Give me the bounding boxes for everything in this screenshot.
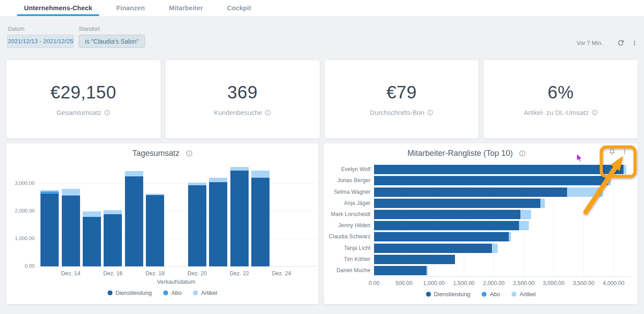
kebab-menu-icon[interactable] bbox=[631, 40, 638, 46]
legend-dot bbox=[482, 292, 487, 297]
bar-dez-16[interactable] bbox=[104, 210, 122, 266]
category-label: Tim Köhler bbox=[324, 256, 370, 262]
bar-tanja-licht[interactable] bbox=[374, 244, 498, 253]
x-axis-tick-label: Dez. 16 bbox=[95, 270, 131, 277]
info-icon[interactable] bbox=[592, 110, 598, 116]
bar-dez-14[interactable] bbox=[62, 189, 80, 266]
bar-evelyn-wolf[interactable] bbox=[374, 165, 626, 174]
bar-segment-dienstleistung bbox=[374, 266, 427, 275]
x-axis-tick-label: 1,500.00 bbox=[448, 280, 479, 286]
x-axis-tick-label: 3,000.00 bbox=[538, 280, 569, 286]
category-label: Daniel Muche bbox=[324, 267, 370, 273]
category-label: Anja Jäger bbox=[324, 200, 370, 206]
info-icon[interactable] bbox=[186, 150, 193, 157]
bar-mark-lorscheidt[interactable] bbox=[374, 210, 531, 219]
kpi-label-text: Gesamtumsatz bbox=[56, 109, 101, 116]
bar-dez-13[interactable] bbox=[40, 190, 59, 266]
x-axis-tick-label: Dez. 14 bbox=[53, 270, 89, 277]
kebab-menu-icon[interactable] bbox=[621, 148, 628, 155]
chart-title: Mitarbeiter-Rangliste (Top 10) bbox=[324, 149, 609, 158]
date-range-input[interactable]: 2021/12/13 - 2021/12/25 bbox=[7, 35, 74, 48]
bar-segment-artikel bbox=[509, 232, 511, 241]
x-axis-tick-label: Dez. 24 bbox=[264, 270, 299, 277]
kpi-label-text: Durchschnitts-Bon bbox=[370, 109, 425, 116]
legend-item-abo[interactable]: Abo bbox=[163, 290, 181, 296]
gridline-y bbox=[36, 266, 317, 267]
kpi-value: €29,150 bbox=[50, 82, 116, 102]
bar-tim-k-hler[interactable] bbox=[374, 255, 455, 264]
x-axis-tick-label: 3,500.00 bbox=[568, 280, 599, 286]
info-icon[interactable] bbox=[427, 110, 433, 116]
bar-segment-dienstleistung bbox=[374, 199, 540, 208]
bar-segment-dienstleistung bbox=[209, 182, 227, 266]
bell-icon[interactable] bbox=[608, 148, 616, 155]
refresh-icon[interactable] bbox=[617, 39, 625, 47]
bar-segment-dienstleistung bbox=[188, 185, 206, 266]
kpi-value: 369 bbox=[227, 82, 258, 102]
legend-item-dienstleistung[interactable]: Dienstleistung bbox=[426, 291, 471, 298]
bar-segment-artikel bbox=[83, 212, 101, 217]
info-icon[interactable] bbox=[519, 150, 526, 157]
bar-segment-artikel bbox=[62, 189, 80, 196]
x-axis-title: Verkaufsdatum bbox=[39, 278, 313, 285]
gridline-y bbox=[36, 184, 317, 184]
x-axis-tick-label: Dez. 18 bbox=[137, 270, 173, 277]
legend-item-abo[interactable]: Abo bbox=[482, 291, 500, 298]
datum-label: Datum bbox=[8, 26, 24, 32]
bar-segment-dienstleistung bbox=[374, 176, 608, 185]
last-refresh-text: Vor 7 Min. bbox=[576, 40, 603, 46]
chart-title-text: Mitarbeiter-Rangliste (Top 10) bbox=[407, 149, 513, 158]
tab-bar: Unternehmens-CheckFinanzenMitarbeiterCoc… bbox=[0, 0, 644, 16]
bar-jenny-hilden[interactable] bbox=[374, 221, 529, 230]
category-label: Mark Lorscheidt bbox=[324, 211, 370, 217]
x-axis-tick-label: 2,000.00 bbox=[478, 280, 509, 286]
tab-cockpit[interactable]: Cockpit bbox=[220, 0, 258, 16]
bar-dez-15[interactable] bbox=[83, 212, 101, 266]
bar-dez-18[interactable] bbox=[146, 194, 164, 266]
legend-label: Abo bbox=[490, 291, 500, 298]
bar-selma-wagner[interactable] bbox=[374, 188, 603, 197]
bar-jonas-berger[interactable] bbox=[374, 176, 611, 185]
standort-filter-value: is "Claudia's Salon" bbox=[85, 38, 139, 45]
bar-anja-j-ger[interactable] bbox=[374, 199, 545, 208]
chart-legend: DienstleistungAboArtikel bbox=[6, 290, 318, 296]
legend-item-dienstleistung[interactable]: Dienstleistung bbox=[108, 290, 152, 296]
rangliste-chart-card: Mitarbeiter-Rangliste (Top 10)0.00500.00… bbox=[324, 143, 638, 304]
bar-segment-artikel bbox=[608, 176, 611, 185]
info-icon[interactable] bbox=[104, 110, 110, 116]
standort-filter-chip[interactable]: is "Claudia's Salon" bbox=[79, 35, 145, 48]
tab-finanzen[interactable]: Finanzen bbox=[109, 0, 152, 16]
chart-card-icons bbox=[608, 148, 628, 155]
kpi-value: €79 bbox=[386, 82, 417, 102]
tab-unternehmens-check[interactable]: Unternehmens-Check bbox=[17, 0, 99, 16]
bar-segment-artikel bbox=[104, 210, 122, 214]
bar-segment-dienstleistung bbox=[230, 171, 249, 266]
bar-claudia-schwarz[interactable] bbox=[374, 232, 511, 241]
bar-dez-23[interactable] bbox=[251, 171, 270, 266]
x-axis-tick-label: 2,500.00 bbox=[508, 280, 539, 286]
legend-label: Dienstleistung bbox=[116, 290, 152, 296]
legend-item-artikel[interactable]: Artikel bbox=[193, 290, 217, 296]
kpi-card-artikel-zu-dl-umsatz: 6%Artikel- zu DL-Umsatz bbox=[483, 60, 638, 139]
legend-dot bbox=[163, 290, 168, 295]
bar-segment-artikel bbox=[125, 171, 143, 176]
bar-segment-dienstleistung bbox=[374, 188, 567, 197]
info-icon[interactable] bbox=[265, 110, 271, 116]
tab-mitarbeiter[interactable]: Mitarbeiter bbox=[162, 0, 210, 16]
bar-dez-17[interactable] bbox=[125, 171, 143, 266]
bar-segment-dienstleistung bbox=[146, 195, 164, 266]
bar-dez-21[interactable] bbox=[209, 178, 227, 266]
legend-item-artikel[interactable]: Artikel bbox=[511, 291, 535, 298]
bar-dez-20[interactable] bbox=[188, 183, 206, 266]
tab-label: Unternehmens-Check bbox=[24, 4, 92, 12]
bar-segment-artikel bbox=[520, 210, 531, 219]
bar-segment-dienstleistung bbox=[83, 217, 101, 266]
category-label: Jenny Hilden bbox=[324, 222, 370, 228]
legend-label: Dienstleistung bbox=[434, 291, 471, 298]
category-label: Tanja Licht bbox=[324, 245, 370, 251]
bar-dez-22[interactable] bbox=[230, 167, 249, 266]
bar-daniel-muche[interactable] bbox=[374, 266, 428, 275]
bar-segment-artikel bbox=[492, 244, 498, 253]
bar-segment-dienstleistung bbox=[40, 194, 59, 266]
bar-segment-dienstleistung bbox=[374, 165, 624, 174]
